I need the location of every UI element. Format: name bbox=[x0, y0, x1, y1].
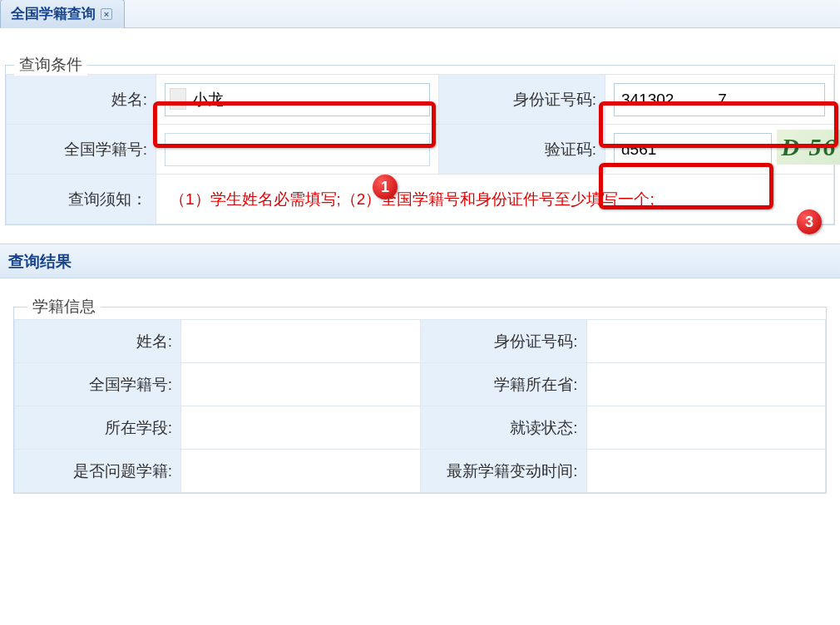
captcha-image[interactable]: D 56 bbox=[777, 130, 840, 165]
label-name: 姓名: bbox=[7, 75, 156, 125]
captcha-input[interactable] bbox=[614, 133, 772, 166]
label-notice: 查询须知： bbox=[7, 175, 156, 224]
tab-national-student-query[interactable]: 全国学籍查询 × bbox=[0, 0, 125, 28]
info-value-national-id bbox=[181, 363, 421, 406]
info-value-last-change bbox=[586, 450, 826, 493]
tab-title: 全国学籍查询 bbox=[11, 4, 96, 23]
info-label-id-number: 身份证号码: bbox=[420, 320, 586, 363]
student-info-legend: 学籍信息 bbox=[27, 296, 101, 317]
info-label-status: 就读状态: bbox=[420, 406, 586, 450]
query-conditions-legend: 查询条件 bbox=[14, 54, 87, 76]
info-label-national-id: 全国学籍号: bbox=[15, 363, 181, 406]
info-value-id-number bbox=[586, 320, 826, 363]
info-label-last-change: 最新学籍变动时间: bbox=[420, 450, 586, 493]
info-label-problem: 是否问题学籍: bbox=[15, 450, 181, 493]
info-label-province: 学籍所在省: bbox=[420, 363, 586, 406]
tab-bar: 全国学籍查询 × bbox=[0, 0, 840, 28]
name-input[interactable] bbox=[165, 83, 430, 116]
notice-text: （1）学生姓名必需填写;（2）全国学籍号和身份证件号至少填写一个; bbox=[165, 190, 655, 208]
results-header: 查询结果 bbox=[0, 244, 840, 278]
query-form-table: 姓名: 身份证号码: 全国学籍号: bbox=[6, 74, 834, 224]
id-number-input[interactable] bbox=[614, 83, 825, 116]
info-value-problem bbox=[181, 450, 421, 493]
student-info-panel: 学籍信息 姓名: 身份证号码: 全国学籍号: 学籍所在省: 所在学 bbox=[13, 307, 827, 494]
close-icon[interactable]: × bbox=[101, 8, 112, 20]
info-value-status bbox=[586, 406, 826, 450]
info-label-stage: 所在学段: bbox=[15, 406, 181, 450]
name-prefix-icon bbox=[170, 88, 186, 110]
label-captcha: 验证码: bbox=[439, 125, 605, 175]
info-value-stage bbox=[181, 406, 421, 450]
label-id-number: 身份证号码: bbox=[439, 75, 605, 125]
info-value-province bbox=[586, 363, 826, 406]
info-label-name: 姓名: bbox=[15, 320, 181, 363]
query-conditions-panel: 查询条件 姓名: 身份证号码: bbox=[5, 65, 835, 225]
info-value-name bbox=[181, 320, 421, 363]
label-national-student-id: 全国学籍号: bbox=[7, 125, 156, 175]
national-student-id-input[interactable] bbox=[165, 133, 430, 166]
results-header-title: 查询结果 bbox=[8, 253, 72, 270]
student-info-table: 姓名: 身份证号码: 全国学籍号: 学籍所在省: 所在学段: 就读状态: 是否问… bbox=[14, 319, 826, 493]
